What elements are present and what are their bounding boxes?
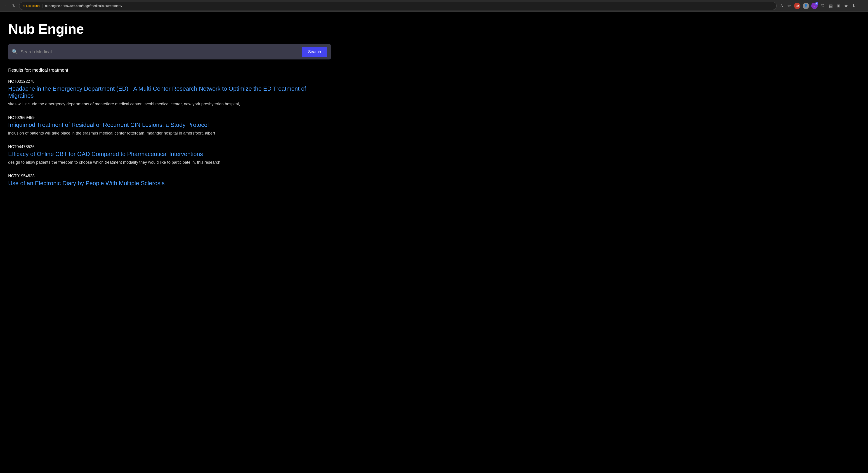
collections-icon[interactable]: ⊞ <box>836 2 841 9</box>
url-display: nubengine.annavaws.com/page/medical%20tr… <box>45 4 773 8</box>
result-item: NCT00122278Headache in the Emergency Dep… <box>8 79 331 107</box>
address-separator: | <box>42 3 43 8</box>
refresh-button[interactable]: ↻ <box>11 2 17 9</box>
result-snippet: sites will include the emergency departm… <box>8 101 331 107</box>
site-title: Nub Engine <box>8 21 331 37</box>
result-item: NCT04478526Efficacy of Online CBT for GA… <box>8 145 331 166</box>
result-title[interactable]: Efficacy of Online CBT for GAD Compared … <box>8 151 331 157</box>
result-item: NCT01954823Use of an Electronic Diary by… <box>8 174 331 187</box>
back-button[interactable]: ← <box>4 2 9 9</box>
result-title[interactable]: Headache in the Emergency Department (ED… <box>8 85 331 99</box>
result-snippet: design to allow patients the freedom to … <box>8 159 331 166</box>
security-label: Not secure <box>26 4 40 7</box>
results-container: NCT00122278Headache in the Emergency Dep… <box>8 79 331 187</box>
search-input[interactable] <box>21 49 299 55</box>
search-button[interactable]: Search <box>302 47 327 57</box>
read-aloud-icon[interactable]: 𝐀 <box>779 2 784 9</box>
favorites-bar-icon[interactable]: ★ <box>843 2 849 9</box>
result-id: NCT01954823 <box>8 174 331 178</box>
result-id: NCT04478526 <box>8 145 331 149</box>
extension-badge: 5 <box>815 2 818 5</box>
account-icon[interactable]: 👤 <box>803 3 809 9</box>
page-content: Nub Engine 🔍 Search Results for: medical… <box>0 12 339 208</box>
result-title[interactable]: Use of an Electronic Diary by People Wit… <box>8 180 331 187</box>
result-title[interactable]: Imiquimod Treatment of Residual or Recur… <box>8 121 331 128</box>
results-label: Results for: medical treatment <box>8 68 331 73</box>
profile-icon[interactable]: uD <box>794 3 800 9</box>
result-snippet: inclusion of patients will take place in… <box>8 130 331 136</box>
search-bar: 🔍 Search <box>8 44 331 59</box>
more-options-icon[interactable]: ⋯ <box>859 2 864 9</box>
extension-icon[interactable]: S 5 <box>811 3 817 9</box>
download-icon[interactable]: ⬇ <box>851 2 856 9</box>
address-bar[interactable]: ⚠ Not secure | nubengine.annavaws.com/pa… <box>19 2 777 10</box>
result-item: NCT02669459Imiquimod Treatment of Residu… <box>8 115 331 136</box>
reader-view-icon[interactable]: ▤ <box>828 2 834 9</box>
shield-icon[interactable]: 🛡 <box>820 2 826 9</box>
search-icon: 🔍 <box>12 49 18 55</box>
browser-chrome: ← ↻ ⚠ Not secure | nubengine.annavaws.co… <box>0 0 868 12</box>
favorite-icon[interactable]: ☆ <box>786 2 792 9</box>
nav-buttons: ← ↻ <box>4 2 17 9</box>
security-warning-icon: ⚠ Not secure <box>23 4 40 7</box>
toolbar-icons: 𝐀 ☆ uD 👤 S 5 🛡 ▤ ⊞ ★ ⬇ ⋯ <box>779 2 864 9</box>
result-id: NCT02669459 <box>8 115 331 120</box>
result-id: NCT00122278 <box>8 79 331 84</box>
